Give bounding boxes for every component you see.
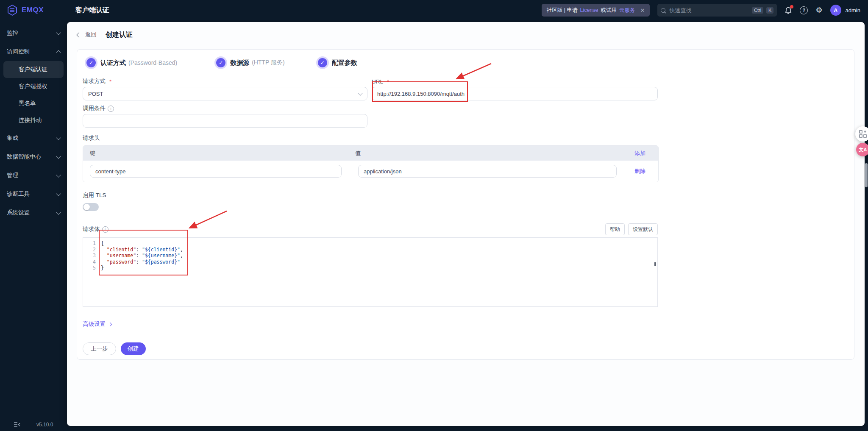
line-number: 3 [83,253,101,259]
headers-label: 请求头 [83,134,848,142]
add-header-button[interactable]: 添加 [618,150,658,157]
emqx-hexagon-icon [7,4,18,16]
previous-step-button[interactable]: 上一步 [83,342,116,355]
collapse-sidebar-icon[interactable] [14,422,20,428]
headers-table-head: 键 值 添加 [83,146,658,161]
cloud-link[interactable]: 云服务 [619,7,635,14]
chevron-down-icon [56,210,61,214]
sidebar-item-access-control[interactable]: 访问控制 [0,42,67,61]
sidebar-item-flapping-detect[interactable]: 连接抖动 [3,112,64,129]
sidebar-item-label: 数据智能中心 [7,153,41,161]
sidebar: 监控 访问控制 客户端认证 客户端授权 黑名单 连接抖动 集成 [0,20,67,431]
code-colon: : [136,247,142,253]
condition-label: 调用条件 i [83,105,367,112]
code-comma: , [180,253,183,259]
wizard-title: 创建认证 [106,31,133,39]
advanced-settings-link[interactable]: 高级设置 [83,320,111,328]
sidebar-item-label: 集成 [7,134,18,142]
header-key-input[interactable] [90,165,342,178]
body-label: 请求体 i [83,225,108,233]
shortcut-k-key: K [766,7,773,14]
brand-name: EMQX [22,6,44,14]
chevron-down-icon [56,172,61,177]
tls-toggle[interactable] [83,203,99,211]
notification-dot [790,5,793,8]
code-indent [101,247,107,253]
scrollbar-thumb[interactable] [865,163,868,187]
key-column-header: 键 [83,150,355,157]
close-icon[interactable]: ✕ [640,7,645,14]
chevron-down-icon [56,30,61,35]
chevron-right-icon [108,322,112,326]
main-area: 返回 创建认证 ✓ 认证方式 (Password-Based) ✓ 数据源 (H… [67,20,868,431]
license-link[interactable]: License [580,7,598,13]
back-button[interactable]: 返回 [85,31,97,39]
avatar[interactable]: A [830,5,841,16]
topbar: EMQX 客户端认证 社区版 | 申请 License 或试用 云服务 ✕ Ct… [0,0,868,20]
code-colon: : [136,253,142,259]
step-1-sublabel: (Password-Based) [128,59,177,66]
help-button-small[interactable]: 帮助 [605,223,625,235]
wizard-card: ✓ 认证方式 (Password-Based) ✓ 数据源 (HTTP 服务) … [77,49,854,360]
sidebar-item-label: 连接抖动 [19,117,42,124]
code-comma: , [180,247,183,253]
shortcut-ctrl-key: Ctrl [752,7,763,14]
step-2-sublabel: (HTTP 服务) [252,59,285,67]
header-value-input[interactable] [358,165,617,178]
version-label: v5.10.0 [36,422,53,428]
step-2-label: 数据源 [230,59,249,67]
request-body-editor[interactable]: 1{ 2 "clientid": "${clientid}", 3 "usern… [83,237,658,307]
step-2-check-icon[interactable]: ✓ [216,58,225,67]
info-icon[interactable]: i [102,226,108,233]
delete-header-button[interactable]: 删除 [618,167,658,175]
step-1-label: 认证方式 [100,59,126,67]
line-number: 4 [83,259,101,265]
info-icon[interactable]: i [108,106,114,112]
step-connector [184,63,209,63]
notifications-button[interactable] [785,6,792,14]
sidebar-item-data-intelligence[interactable]: 数据智能中心 [0,147,67,166]
sidebar-item-system-settings[interactable]: 系统设置 [0,203,67,222]
sidebar-item-management[interactable]: 管理 [0,166,67,185]
sidebar-item-label: 系统设置 [7,209,30,217]
divider [101,32,101,38]
search-box[interactable]: Ctrl K [657,4,777,17]
step-1-check-icon[interactable]: ✓ [86,58,96,67]
sidebar-item-diagnose[interactable]: 诊断工具 [0,185,67,203]
username: admin [846,7,860,14]
set-default-button[interactable]: 设置默认 [628,223,658,235]
license-banner: 社区版 | 申请 License 或试用 云服务 ✕ [542,4,650,17]
code-value: "${clientid}" [142,247,180,253]
sidebar-item-client-authorization[interactable]: 客户端授权 [3,78,64,95]
code-indent [101,259,107,265]
extension-widget-button[interactable] [855,126,868,142]
code-token: } [101,265,104,271]
gear-icon: ⚙ [815,6,822,14]
search-input[interactable] [668,7,749,14]
sidebar-item-integration[interactable]: 集成 [0,129,67,147]
step-3-check-icon[interactable]: ✓ [318,58,327,67]
sidebar-item-client-authentication[interactable]: 客户端认证 [3,61,64,78]
translate-widget-button[interactable]: 文A [856,143,868,156]
code-indent [101,253,107,259]
chevron-down-icon [56,135,61,140]
back-chevron-icon[interactable] [76,32,82,38]
steps-bar: ✓ 认证方式 (Password-Based) ✓ 数据源 (HTTP 服务) … [86,56,848,69]
emqx-logo[interactable]: EMQX [0,4,67,16]
breadcrumb: 返回 创建认证 [67,22,865,44]
create-button[interactable]: 创建 [121,342,146,355]
sidebar-item-blacklist[interactable]: 黑名单 [3,95,64,112]
help-button[interactable]: ? [800,6,808,14]
condition-input[interactable] [83,114,367,128]
code-value: "${password}" [142,259,180,265]
url-input[interactable] [372,87,658,100]
method-select[interactable]: POST [83,87,367,100]
sidebar-item-label: 黑名单 [19,100,36,107]
license-banner-text2: 或试用 [601,7,617,14]
body-label-text: 请求体 [83,225,100,233]
sidebar-item-monitoring[interactable]: 监控 [0,24,67,42]
line-number: 2 [83,247,101,253]
settings-button[interactable]: ⚙ [815,6,822,14]
help-icon: ? [800,6,808,14]
search-icon [661,8,665,13]
